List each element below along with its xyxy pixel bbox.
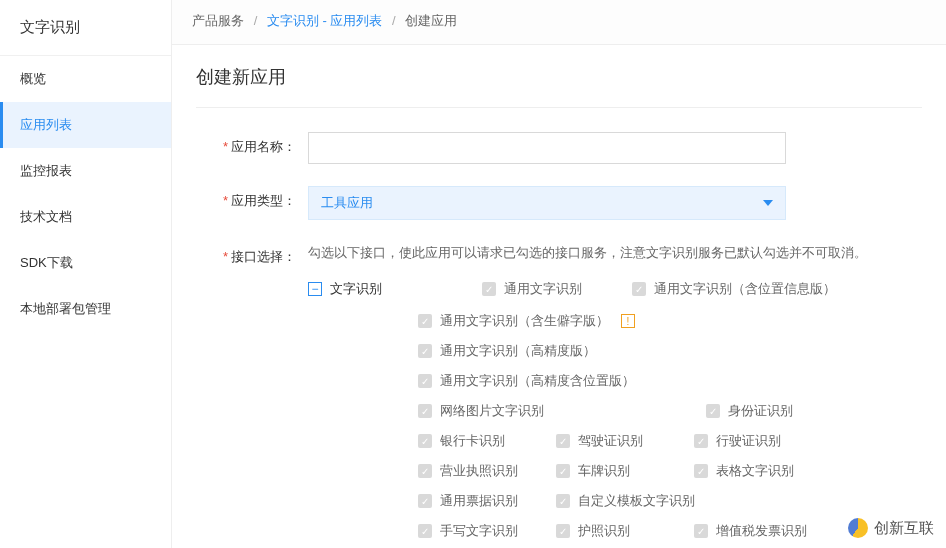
sidebar-title: 文字识别 xyxy=(0,0,171,56)
app-type-value: 工具应用 xyxy=(321,194,373,212)
checkbox-icon[interactable]: ✓ xyxy=(556,434,570,448)
checkbox-icon[interactable]: ✓ xyxy=(418,464,432,478)
breadcrumb: 产品服务 / 文字识别 - 应用列表 / 创建应用 xyxy=(172,0,946,45)
label-api-select: *接口选择： xyxy=(196,242,296,266)
checkbox-icon[interactable]: ✓ xyxy=(632,282,646,296)
api-item: 手写文字识别 xyxy=(440,522,518,540)
checkbox-icon[interactable]: ✓ xyxy=(694,524,708,538)
api-item: 行驶证识别 xyxy=(716,432,781,450)
breadcrumb-current: 创建应用 xyxy=(405,13,457,28)
label-app-name: *应用名称： xyxy=(196,132,296,156)
api-item: 通用文字识别 xyxy=(504,280,582,298)
api-item: 网络图片文字识别 xyxy=(440,402,544,420)
checkbox-icon[interactable]: ✓ xyxy=(694,464,708,478)
api-item: 车牌识别 xyxy=(578,462,630,480)
sidebar-item-app-list[interactable]: 应用列表 xyxy=(0,102,171,148)
checkbox-icon[interactable]: ✓ xyxy=(418,494,432,508)
checkbox-icon[interactable]: ✓ xyxy=(418,314,432,328)
breadcrumb-root[interactable]: 产品服务 xyxy=(192,13,244,28)
checkbox-icon[interactable]: ✓ xyxy=(556,494,570,508)
page-title: 创建新应用 xyxy=(196,65,922,108)
watermark-icon xyxy=(848,518,868,538)
watermark: 创新互联 xyxy=(848,518,934,538)
checkbox-icon[interactable]: ✓ xyxy=(418,374,432,388)
warning-icon: ! xyxy=(621,314,635,328)
api-item: 护照识别 xyxy=(578,522,630,540)
api-item: 营业执照识别 xyxy=(440,462,518,480)
collapse-icon[interactable]: − xyxy=(308,282,322,296)
breadcrumb-sep: / xyxy=(392,13,396,28)
api-item: 表格文字识别 xyxy=(716,462,794,480)
api-item: 通用票据识别 xyxy=(440,492,518,510)
checkbox-icon[interactable]: ✓ xyxy=(706,404,720,418)
watermark-text: 创新互联 xyxy=(874,519,934,538)
sidebar: 文字识别 概览 应用列表 监控报表 技术文档 SDK下载 本地部署包管理 xyxy=(0,0,172,548)
checkbox-icon[interactable]: ✓ xyxy=(418,524,432,538)
main-content: 产品服务 / 文字识别 - 应用列表 / 创建应用 创建新应用 *应用名称： *… xyxy=(172,0,946,548)
api-item: 通用文字识别（含位置信息版） xyxy=(654,280,836,298)
api-hint: 勾选以下接口，使此应用可以请求已勾选的接口服务，注意文字识别服务已默认勾选并不可… xyxy=(308,242,922,264)
sidebar-item-docs[interactable]: 技术文档 xyxy=(0,194,171,240)
sidebar-item-overview[interactable]: 概览 xyxy=(0,56,171,102)
api-item: 通用文字识别（高精度版） xyxy=(440,342,596,360)
app-name-input[interactable] xyxy=(308,132,786,164)
checkbox-icon[interactable]: ✓ xyxy=(418,404,432,418)
checkbox-icon[interactable]: ✓ xyxy=(418,344,432,358)
checkbox-icon[interactable]: ✓ xyxy=(556,464,570,478)
checkbox-icon[interactable]: ✓ xyxy=(694,434,708,448)
api-item: 驾驶证识别 xyxy=(578,432,643,450)
api-item: 身份证识别 xyxy=(728,402,793,420)
api-item: 银行卡识别 xyxy=(440,432,505,450)
sidebar-item-local-deploy[interactable]: 本地部署包管理 xyxy=(0,286,171,332)
tree-root-label: 文字识别 xyxy=(330,280,382,298)
breadcrumb-link-app-list[interactable]: 文字识别 - 应用列表 xyxy=(267,13,383,28)
checkbox-icon[interactable]: ✓ xyxy=(418,434,432,448)
sidebar-item-monitor[interactable]: 监控报表 xyxy=(0,148,171,194)
breadcrumb-sep: / xyxy=(254,13,258,28)
api-item: 通用文字识别（含生僻字版） xyxy=(440,312,609,330)
checkbox-icon[interactable]: ✓ xyxy=(482,282,496,296)
chevron-down-icon xyxy=(763,200,773,206)
app-type-select[interactable]: 工具应用 xyxy=(308,186,786,220)
checkbox-icon[interactable]: ✓ xyxy=(556,524,570,538)
api-item: 通用文字识别（高精度含位置版） xyxy=(440,372,635,390)
api-item: 自定义模板文字识别 xyxy=(578,492,695,510)
sidebar-item-sdk[interactable]: SDK下载 xyxy=(0,240,171,286)
api-item: 增值税发票识别 xyxy=(716,522,807,540)
label-app-type: *应用类型： xyxy=(196,186,296,210)
